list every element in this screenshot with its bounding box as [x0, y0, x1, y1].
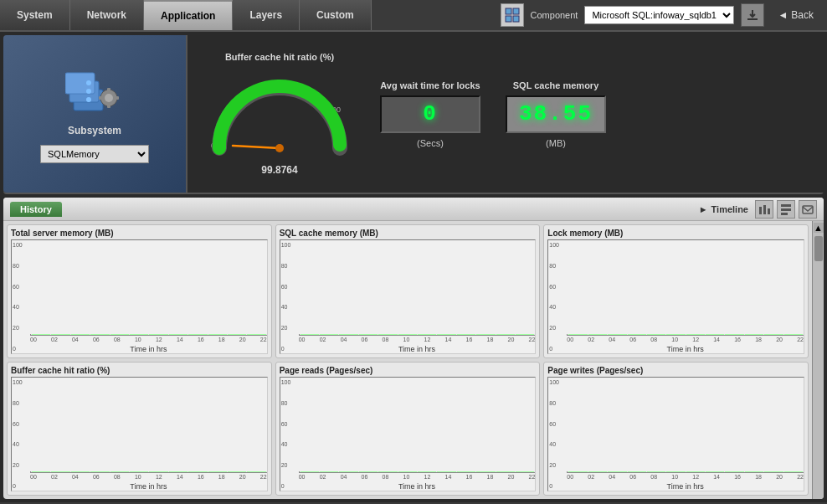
bar-slice: [463, 471, 469, 472]
bar-slice: [640, 334, 645, 335]
bar-slice: [784, 471, 790, 472]
tab-custom[interactable]: Custom: [300, 0, 372, 30]
bar-slice: [673, 334, 679, 335]
svg-rect-12: [107, 88, 110, 93]
bar-slice: [628, 334, 634, 335]
back-button[interactable]: ◄ Back: [771, 9, 820, 21]
bar-slice: [797, 334, 803, 335]
bar-slice: [259, 471, 265, 472]
sql-cache-title: SQL cache memory: [513, 80, 599, 90]
bar-group-11: [247, 471, 265, 472]
bar-slice: [528, 471, 534, 472]
bar-slice: [411, 471, 417, 472]
bar-slice: [737, 334, 743, 335]
download-icon[interactable]: [741, 3, 764, 27]
bar-group-3: [359, 334, 378, 335]
bar-slice: [568, 471, 574, 472]
bar-slice: [790, 334, 796, 335]
sql-cache-box: SQL cache memory 38.55 (MB): [506, 80, 606, 148]
bar-slice: [647, 471, 653, 472]
bar-group-10: [764, 471, 783, 472]
svg-rect-15: [99, 96, 104, 100]
svg-point-9: [86, 97, 91, 102]
bar-slice: [666, 334, 672, 335]
bar-slice: [247, 334, 253, 335]
top-panel: Subsystem SQLMemory Buffer cache hit rat…: [3, 35, 824, 194]
subsystem-panel: Subsystem SQLMemory: [3, 35, 187, 193]
bar-group-6: [686, 471, 705, 472]
bar-slice: [188, 471, 194, 472]
envelope-icon-btn[interactable]: [799, 200, 817, 219]
bar-slice: [601, 471, 607, 472]
svg-rect-14: [114, 96, 119, 100]
bar-group-7: [169, 471, 187, 472]
bar-slice: [686, 471, 692, 472]
tab-layers[interactable]: Layers: [233, 0, 300, 30]
bar-slice: [38, 334, 44, 335]
svg-rect-0: [506, 8, 511, 14]
tab-application[interactable]: Application: [144, 0, 233, 30]
bar-group-2: [71, 471, 90, 472]
bar-slice: [188, 334, 194, 335]
bar-slice: [123, 471, 129, 472]
subsystem-select[interactable]: SQLMemory: [40, 145, 149, 163]
bar-slice: [608, 334, 614, 335]
grid-icon[interactable]: [501, 3, 524, 27]
bar-group-5: [130, 334, 148, 335]
bar-group-0: [300, 334, 319, 335]
svg-rect-13: [107, 103, 110, 108]
bar-slice: [44, 334, 50, 335]
bar-slice: [300, 334, 306, 335]
bar-slice: [418, 471, 424, 472]
bar-slice: [692, 471, 698, 472]
chart-5: Page writes (Pages/sec)10080604020000020…: [543, 362, 809, 496]
tab-network[interactable]: Network: [70, 0, 144, 30]
bar-group-8: [725, 334, 743, 335]
scroll-up[interactable]: ▲: [814, 223, 824, 233]
bar-group-6: [149, 334, 167, 335]
chart-x-axis-0: 000204060810121416182022: [30, 336, 267, 343]
bar-group-5: [130, 471, 148, 472]
chart-y-axis-5: 100806040200: [548, 378, 567, 491]
bar-slice: [679, 471, 685, 472]
scroll-thumb[interactable]: [814, 236, 823, 261]
bar-slice: [628, 471, 634, 472]
chart-icon-btn[interactable]: [755, 200, 773, 219]
bar-slice: [142, 471, 148, 472]
bar-group-0: [568, 334, 587, 335]
bar-slice: [116, 471, 122, 472]
chart-area-0: 100806040200000204060810121416182022Time…: [11, 239, 268, 354]
bar-group-8: [188, 471, 207, 472]
bar-slice: [378, 334, 384, 335]
bar-slice: [509, 334, 515, 335]
component-select[interactable]: Microsoft SQL:infoway_sqldb1: [584, 6, 734, 24]
bar-slice: [718, 334, 724, 335]
bar-slice: [372, 471, 378, 472]
bar-slice: [483, 334, 489, 335]
scrollbar[interactable]: ▲: [812, 221, 824, 499]
chart-x-axis-2: 000204060810121416182022: [567, 336, 804, 343]
bar-icon-btn[interactable]: [777, 200, 795, 219]
bar-slice: [385, 334, 391, 335]
bar-slice: [220, 471, 226, 472]
bar-group-4: [647, 471, 665, 472]
bar-slice: [424, 471, 429, 472]
chart-area-1: 100806040200000204060810121416182022Time…: [280, 239, 537, 354]
bar-slice: [320, 334, 326, 335]
bar-slice: [712, 471, 718, 472]
bar-slice: [404, 334, 410, 335]
chart-x-axis-5: 000204060810121416182022: [567, 473, 804, 481]
bar-slice: [214, 334, 220, 335]
bar-group-11: [784, 334, 803, 335]
bar-slice: [71, 334, 77, 335]
timeline-button[interactable]: ► Timeline: [699, 204, 748, 214]
history-tab[interactable]: History: [10, 202, 62, 217]
tab-system[interactable]: System: [0, 0, 70, 30]
svg-point-7: [86, 80, 91, 85]
top-navigation: System Network Application Layers Custom…: [0, 0, 827, 32]
bar-group-9: [476, 334, 495, 335]
chart-x-label-2: Time in hrs: [567, 345, 804, 353]
bar-slice: [162, 471, 167, 472]
bar-slice: [97, 334, 103, 335]
bar-group-5: [666, 471, 685, 472]
